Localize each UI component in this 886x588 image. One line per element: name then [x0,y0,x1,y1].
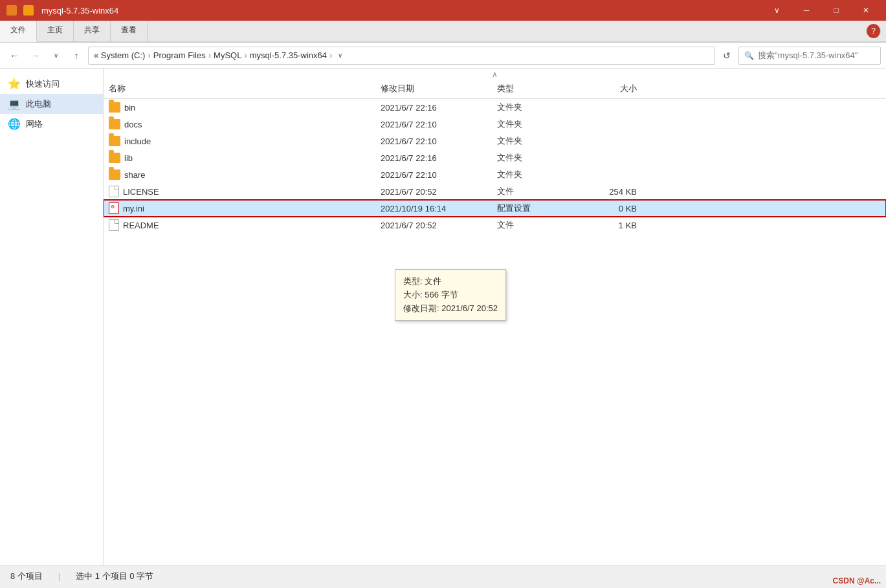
close-btn[interactable]: ✕ [851,0,881,21]
file-name-bin: bin [104,101,375,114]
sep-1: › [148,50,150,60]
file-type-bin: 文件夹 [492,100,582,114]
sidebar-item-quickaccess[interactable]: ⭐ 快速访问 [0,74,103,94]
file-date-lib: 2021/6/7 22:16 [375,152,492,164]
tab-share[interactable]: 共享 [74,21,111,41]
col-header-name[interactable]: 名称 [104,82,375,96]
help-btn[interactable]: ? [867,24,881,38]
search-icon: 🔍 [744,51,754,60]
up-button[interactable]: ↑ [67,47,85,65]
file-date-include: 2021/6/7 22:10 [375,135,492,147]
file-area: ∧ 名称 修改日期 类型 大小 bin 2021/6/7 22:16 文件夹 d… [104,69,886,565]
file-type-share: 文件夹 [492,168,582,182]
file-name-lib: lib [104,151,375,164]
back-button[interactable]: ← [5,47,23,65]
dropdown-btn[interactable]: ∨ [762,0,792,21]
file-type-readme: 文件 [492,218,582,232]
tooltip-size: 大小: 566 字节 [403,289,498,302]
sidebar-label-network: 网络 [26,118,43,130]
file-row-readme[interactable]: README 2021/6/7 20:52 文件 1 KB [104,217,886,234]
file-date-bin: 2021/6/7 22:16 [375,102,492,114]
col-header-date[interactable]: 修改日期 [375,82,492,96]
folder-icon-docs [109,119,120,129]
file-row-include[interactable]: include 2021/6/7 22:10 文件夹 [104,133,886,149]
file-name-include: include [104,135,375,147]
folder-icon-bin [109,102,120,113]
file-name-license: LICENSE [104,184,375,199]
tab-view[interactable]: 查看 [111,21,148,41]
tab-home[interactable]: 主页 [37,21,74,41]
file-row-lib[interactable]: lib 2021/6/7 22:16 文件夹 [104,149,886,166]
forward-button[interactable]: → [26,47,44,65]
sidebar-label-quickaccess: 快速访问 [26,78,60,90]
file-type-include: 文件夹 [492,134,582,148]
path-part-3: MySQL [214,50,241,60]
computer-icon: 💻 [8,98,21,110]
file-row-myini[interactable]: ⚙ my.ini 2021/10/19 16:14 配置设置 0 KB [104,200,886,217]
file-size-lib [582,157,647,159]
sidebar-label-thispc: 此电脑 [26,98,51,110]
path-part-1: « System (C:) [94,50,145,60]
sidebar: ⭐ 快速访问 💻 此电脑 🌐 网络 [0,69,104,565]
star-icon: ⭐ [8,78,21,90]
folder-icon-lib [109,153,120,163]
folder-icon-include [109,136,120,146]
items-count: 8 个项目 [10,571,43,582]
file-type-docs: 文件夹 [492,117,582,131]
file-name-share: share [104,168,375,181]
title-text: mysql-5.7.35-winx64 [41,6,118,16]
title-bar: mysql-5.7.35-winx64 ∨ ─ □ ✕ [0,0,886,21]
file-size-license: 254 KB [582,186,647,198]
search-input[interactable] [758,50,875,60]
file-list-header: 名称 修改日期 类型 大小 [104,79,886,99]
file-row-bin[interactable]: bin 2021/6/7 22:16 文件夹 [104,99,886,116]
file-size-myini: 0 KB [582,202,647,215]
file-size-readme: 1 KB [582,219,647,232]
file-size-share [582,173,647,176]
col-header-type[interactable]: 类型 [492,82,582,96]
ribbon: 文件 主页 共享 查看 ? [0,21,886,43]
file-row-docs[interactable]: docs 2021/6/7 22:10 文件夹 [104,116,886,133]
file-type-license: 文件 [492,184,582,199]
address-bar-area: ← → ∨ ↑ « System (C:) › Program Files › … [0,43,886,69]
file-date-myini: 2021/10/19 16:14 [375,202,492,215]
address-bar[interactable]: « System (C:) › Program Files › MySQL › … [88,47,715,65]
tooltip: 类型: 文件 大小: 566 字节 修改日期: 2021/6/7 20:52 [395,269,506,321]
file-row-share[interactable]: share 2021/6/7 22:10 文件夹 [104,166,886,183]
sep-3: › [244,50,247,60]
dropdown-nav-button[interactable]: ∨ [47,47,65,65]
path-part-2: Program Files [153,50,206,60]
refresh-button[interactable]: ↺ [718,47,736,65]
file-size-bin [582,106,647,109]
tab-file[interactable]: 文件 [0,21,37,42]
file-date-share: 2021/6/7 22:10 [375,169,492,181]
tooltip-date: 修改日期: 2021/6/7 20:52 [403,302,498,316]
address-dropdown-btn[interactable]: ∨ [332,48,348,63]
file-size-docs [582,123,647,125]
search-box[interactable]: 🔍 [738,47,881,65]
network-icon: 🌐 [8,118,21,130]
folder-icon-share [109,169,120,180]
sidebar-item-network[interactable]: 🌐 网络 [0,114,103,134]
file-row-license[interactable]: LICENSE 2021/6/7 20:52 文件 254 KB [104,183,886,200]
sidebar-item-thispc[interactable]: 💻 此电脑 [0,94,103,114]
file-size-include [582,140,647,142]
app-icon-orange [5,4,18,17]
file-name-docs: docs [104,118,375,131]
file-name-myini: ⚙ my.ini [104,201,375,215]
ribbon-tabs: 文件 主页 共享 查看 ? [0,21,886,42]
ini-icon: ⚙ [109,202,119,214]
file-type-lib: 文件夹 [492,151,582,165]
main-area: ⭐ 快速访问 💻 此电脑 🌐 网络 ∧ 名称 修改日期 类型 大小 bin [0,69,886,565]
maximize-btn[interactable]: □ [821,0,851,21]
file-name-readme: README [104,218,375,232]
sep-2: › [208,50,211,60]
status-bar: 8 个项目 | 选中 1 个项目 0 字节 [0,565,886,586]
watermark: CSDN @Ac... [833,576,881,585]
title-bar-controls: ∨ ─ □ ✕ [762,0,881,21]
col-header-size[interactable]: 大小 [582,82,647,96]
minimize-btn[interactable]: ─ [792,0,821,21]
selected-count: 选中 1 个项目 0 字节 [76,571,153,582]
address-path: « System (C:) › Program Files › MySQL › … [94,50,332,60]
tooltip-type: 类型: 文件 [403,275,498,289]
